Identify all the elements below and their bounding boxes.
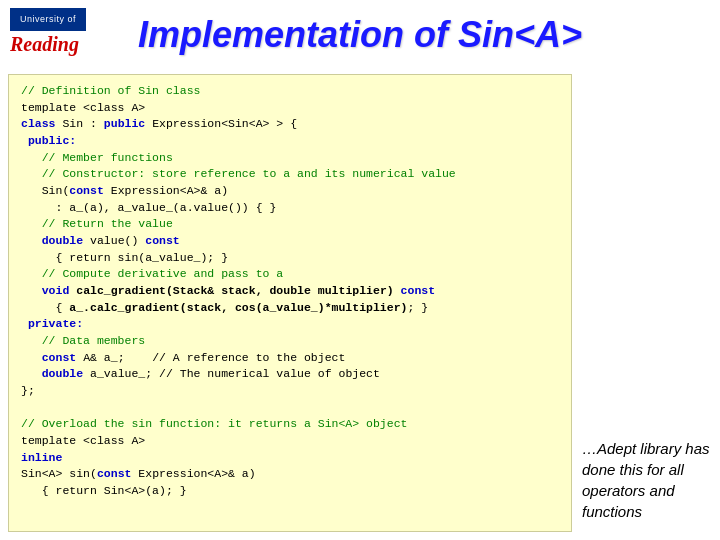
side-note-text: …Adept library has done this for all ope… [582,438,712,522]
code-line: // Member functions [21,150,559,167]
code-line: // Constructor: store reference to a and… [21,166,559,183]
code-line: template <class A> [21,100,559,117]
slide-container: University of Reading Implementation of … [0,0,720,540]
code-line: // Overload the sin function: it returns… [21,416,559,433]
slide-title: Implementation of Sin<A> [138,14,582,56]
code-line: // Definition of Sin class [21,83,559,100]
code-line: { a_.calc_gradient(stack, cos(a_value_)*… [21,300,559,317]
university-logo: University of [10,8,86,31]
code-line: public: [21,133,559,150]
code-line: { return sin(a_value_); } [21,250,559,267]
code-block: // Definition of Sin class template <cla… [8,74,572,532]
slide-header: University of Reading Implementation of … [0,0,720,70]
code-line: double a_value_; // The numerical value … [21,366,559,383]
code-line: // Compute derivative and pass to a [21,266,559,283]
code-line [21,400,559,417]
side-note: …Adept library has done this for all ope… [582,74,712,532]
code-line: { return Sin<A>(a); } [21,483,559,500]
code-line: // Data members [21,333,559,350]
code-line: : a_(a), a_value_(a.value()) { } [21,200,559,217]
content-area: // Definition of Sin class template <cla… [0,70,720,540]
code-line: void calc_gradient(Stack& stack, double … [21,283,559,300]
code-line: inline [21,450,559,467]
code-line: const A& a_; // A reference to the objec… [21,350,559,367]
code-line: template <class A> [21,433,559,450]
code-line: Sin<A> sin(const Expression<A>& a) [21,466,559,483]
reading-label: Reading [10,33,79,56]
code-line: class Sin : public Expression<Sin<A> > { [21,116,559,133]
code-line: }; [21,383,559,400]
university-label: University of [20,14,76,25]
code-line: // Return the value [21,216,559,233]
code-line: double value() const [21,233,559,250]
logo-area: University of Reading [10,8,86,56]
code-line: Sin(const Expression<A>& a) [21,183,559,200]
code-line: private: [21,316,559,333]
